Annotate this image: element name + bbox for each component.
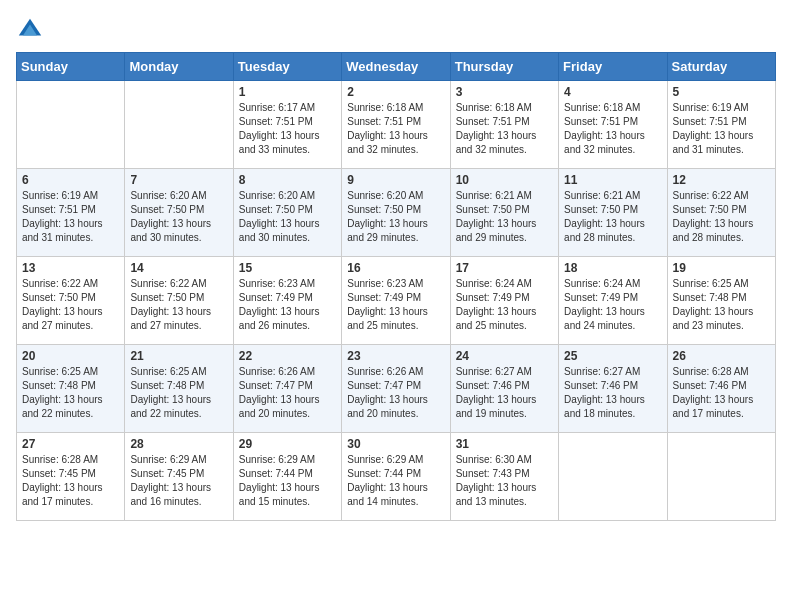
weekday-header-sunday: Sunday [17,53,125,81]
day-info: Sunrise: 6:19 AM Sunset: 7:51 PM Dayligh… [673,101,770,157]
day-number: 2 [347,85,444,99]
day-info: Sunrise: 6:25 AM Sunset: 7:48 PM Dayligh… [22,365,119,421]
day-info: Sunrise: 6:23 AM Sunset: 7:49 PM Dayligh… [239,277,336,333]
page-header [16,16,776,44]
weekday-header-tuesday: Tuesday [233,53,341,81]
day-info: Sunrise: 6:18 AM Sunset: 7:51 PM Dayligh… [456,101,553,157]
day-cell: 11Sunrise: 6:21 AM Sunset: 7:50 PM Dayli… [559,169,667,257]
day-info: Sunrise: 6:28 AM Sunset: 7:46 PM Dayligh… [673,365,770,421]
day-cell: 19Sunrise: 6:25 AM Sunset: 7:48 PM Dayli… [667,257,775,345]
day-cell: 5Sunrise: 6:19 AM Sunset: 7:51 PM Daylig… [667,81,775,169]
weekday-header-monday: Monday [125,53,233,81]
day-cell: 26Sunrise: 6:28 AM Sunset: 7:46 PM Dayli… [667,345,775,433]
day-cell: 27Sunrise: 6:28 AM Sunset: 7:45 PM Dayli… [17,433,125,521]
day-number: 19 [673,261,770,275]
week-row-5: 27Sunrise: 6:28 AM Sunset: 7:45 PM Dayli… [17,433,776,521]
weekday-header-friday: Friday [559,53,667,81]
day-number: 15 [239,261,336,275]
day-number: 28 [130,437,227,451]
day-number: 27 [22,437,119,451]
day-cell: 20Sunrise: 6:25 AM Sunset: 7:48 PM Dayli… [17,345,125,433]
day-info: Sunrise: 6:20 AM Sunset: 7:50 PM Dayligh… [347,189,444,245]
day-number: 21 [130,349,227,363]
day-cell: 28Sunrise: 6:29 AM Sunset: 7:45 PM Dayli… [125,433,233,521]
day-cell: 10Sunrise: 6:21 AM Sunset: 7:50 PM Dayli… [450,169,558,257]
day-number: 25 [564,349,661,363]
day-info: Sunrise: 6:26 AM Sunset: 7:47 PM Dayligh… [347,365,444,421]
day-info: Sunrise: 6:19 AM Sunset: 7:51 PM Dayligh… [22,189,119,245]
day-cell: 3Sunrise: 6:18 AM Sunset: 7:51 PM Daylig… [450,81,558,169]
weekday-header-saturday: Saturday [667,53,775,81]
day-number: 22 [239,349,336,363]
day-number: 13 [22,261,119,275]
day-info: Sunrise: 6:25 AM Sunset: 7:48 PM Dayligh… [130,365,227,421]
day-number: 3 [456,85,553,99]
day-cell: 6Sunrise: 6:19 AM Sunset: 7:51 PM Daylig… [17,169,125,257]
day-cell [125,81,233,169]
day-cell: 22Sunrise: 6:26 AM Sunset: 7:47 PM Dayli… [233,345,341,433]
day-info: Sunrise: 6:26 AM Sunset: 7:47 PM Dayligh… [239,365,336,421]
day-number: 1 [239,85,336,99]
day-cell: 30Sunrise: 6:29 AM Sunset: 7:44 PM Dayli… [342,433,450,521]
day-number: 10 [456,173,553,187]
day-number: 16 [347,261,444,275]
day-info: Sunrise: 6:30 AM Sunset: 7:43 PM Dayligh… [456,453,553,509]
day-info: Sunrise: 6:29 AM Sunset: 7:44 PM Dayligh… [239,453,336,509]
day-number: 17 [456,261,553,275]
day-info: Sunrise: 6:25 AM Sunset: 7:48 PM Dayligh… [673,277,770,333]
day-info: Sunrise: 6:28 AM Sunset: 7:45 PM Dayligh… [22,453,119,509]
day-info: Sunrise: 6:29 AM Sunset: 7:44 PM Dayligh… [347,453,444,509]
week-row-1: 1Sunrise: 6:17 AM Sunset: 7:51 PM Daylig… [17,81,776,169]
day-cell: 2Sunrise: 6:18 AM Sunset: 7:51 PM Daylig… [342,81,450,169]
day-info: Sunrise: 6:18 AM Sunset: 7:51 PM Dayligh… [347,101,444,157]
day-cell [667,433,775,521]
day-number: 7 [130,173,227,187]
weekday-header-row: SundayMondayTuesdayWednesdayThursdayFrid… [17,53,776,81]
day-number: 5 [673,85,770,99]
day-cell [17,81,125,169]
day-cell: 21Sunrise: 6:25 AM Sunset: 7:48 PM Dayli… [125,345,233,433]
day-info: Sunrise: 6:21 AM Sunset: 7:50 PM Dayligh… [456,189,553,245]
day-cell: 7Sunrise: 6:20 AM Sunset: 7:50 PM Daylig… [125,169,233,257]
logo [16,16,48,44]
logo-icon [16,16,44,44]
day-cell: 12Sunrise: 6:22 AM Sunset: 7:50 PM Dayli… [667,169,775,257]
day-info: Sunrise: 6:27 AM Sunset: 7:46 PM Dayligh… [564,365,661,421]
day-number: 14 [130,261,227,275]
weekday-header-wednesday: Wednesday [342,53,450,81]
day-number: 30 [347,437,444,451]
day-number: 29 [239,437,336,451]
day-info: Sunrise: 6:23 AM Sunset: 7:49 PM Dayligh… [347,277,444,333]
day-cell: 25Sunrise: 6:27 AM Sunset: 7:46 PM Dayli… [559,345,667,433]
day-cell: 15Sunrise: 6:23 AM Sunset: 7:49 PM Dayli… [233,257,341,345]
day-number: 31 [456,437,553,451]
day-info: Sunrise: 6:18 AM Sunset: 7:51 PM Dayligh… [564,101,661,157]
day-cell: 16Sunrise: 6:23 AM Sunset: 7:49 PM Dayli… [342,257,450,345]
day-info: Sunrise: 6:24 AM Sunset: 7:49 PM Dayligh… [564,277,661,333]
day-number: 24 [456,349,553,363]
week-row-2: 6Sunrise: 6:19 AM Sunset: 7:51 PM Daylig… [17,169,776,257]
day-number: 4 [564,85,661,99]
day-number: 12 [673,173,770,187]
day-cell [559,433,667,521]
day-cell: 8Sunrise: 6:20 AM Sunset: 7:50 PM Daylig… [233,169,341,257]
day-info: Sunrise: 6:29 AM Sunset: 7:45 PM Dayligh… [130,453,227,509]
day-number: 6 [22,173,119,187]
day-info: Sunrise: 6:17 AM Sunset: 7:51 PM Dayligh… [239,101,336,157]
day-number: 11 [564,173,661,187]
day-cell: 13Sunrise: 6:22 AM Sunset: 7:50 PM Dayli… [17,257,125,345]
day-info: Sunrise: 6:22 AM Sunset: 7:50 PM Dayligh… [22,277,119,333]
day-info: Sunrise: 6:20 AM Sunset: 7:50 PM Dayligh… [239,189,336,245]
day-cell: 9Sunrise: 6:20 AM Sunset: 7:50 PM Daylig… [342,169,450,257]
day-cell: 17Sunrise: 6:24 AM Sunset: 7:49 PM Dayli… [450,257,558,345]
day-cell: 14Sunrise: 6:22 AM Sunset: 7:50 PM Dayli… [125,257,233,345]
day-number: 26 [673,349,770,363]
day-info: Sunrise: 6:24 AM Sunset: 7:49 PM Dayligh… [456,277,553,333]
day-info: Sunrise: 6:22 AM Sunset: 7:50 PM Dayligh… [130,277,227,333]
day-info: Sunrise: 6:27 AM Sunset: 7:46 PM Dayligh… [456,365,553,421]
day-cell: 31Sunrise: 6:30 AM Sunset: 7:43 PM Dayli… [450,433,558,521]
day-number: 9 [347,173,444,187]
day-cell: 18Sunrise: 6:24 AM Sunset: 7:49 PM Dayli… [559,257,667,345]
calendar-table: SundayMondayTuesdayWednesdayThursdayFrid… [16,52,776,521]
week-row-3: 13Sunrise: 6:22 AM Sunset: 7:50 PM Dayli… [17,257,776,345]
